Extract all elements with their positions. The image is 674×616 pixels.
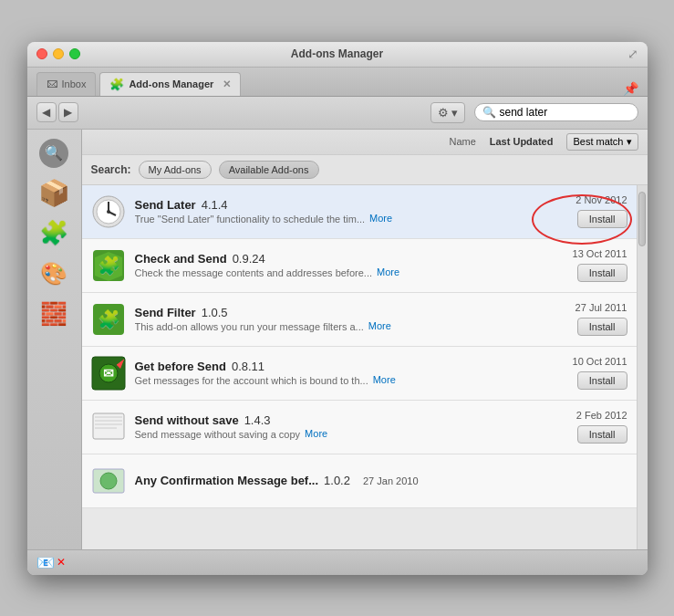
- sidebar-item-search[interactable]: 🔍: [37, 137, 70, 170]
- addon-more-link[interactable]: More: [305, 428, 327, 439]
- tab-my-addons[interactable]: My Add-ons: [139, 161, 212, 179]
- plugins-icon: 🧩: [39, 219, 68, 247]
- install-button[interactable]: Install: [577, 210, 627, 228]
- addon-right: 13 Oct 2011 Install: [536, 248, 627, 282]
- col-last-updated[interactable]: Last Updated: [490, 136, 554, 147]
- other-icon: 🧱: [40, 301, 67, 327]
- search-icon: 🔍: [482, 106, 496, 119]
- statusbar: 📧 ✕: [27, 549, 648, 575]
- addon-name-row: Send Later 4.1.4: [135, 198, 527, 212]
- search-label: Search:: [91, 163, 131, 176]
- addon-name: Check and Send: [135, 252, 227, 266]
- addon-item: Any Confirmation Message bef... 1.0.2 27…: [82, 454, 637, 508]
- addon-name-row: Any Confirmation Message bef... 1.0.2 27…: [135, 474, 627, 487]
- scrollbar-thumb[interactable]: [638, 192, 646, 246]
- addon-desc-row: This add-on allows you run your message …: [135, 319, 527, 332]
- addon-item: 🧩 Check and Send 0.9.24 Check the messag…: [82, 239, 637, 293]
- tab-inbox-label: Inbox: [62, 78, 87, 89]
- tab-available-addons[interactable]: Available Add-ons: [219, 161, 319, 179]
- close-button[interactable]: [36, 48, 47, 59]
- install-button[interactable]: Install: [577, 371, 627, 390]
- addon-version: 0.8.11: [232, 360, 264, 373]
- addon-item: 🧩 Send Filter 1.0.5 This add-on allows y…: [82, 293, 637, 347]
- addon-name-row: Check and Send 0.9.24: [135, 252, 527, 266]
- tab-inbox[interactable]: 🖂 Inbox: [36, 72, 97, 96]
- addon-date: 2 Feb 2012: [576, 410, 627, 421]
- column-headers: Name Last Updated Best match ▾: [82, 130, 648, 155]
- addon-desc: Check the message contents and addresses…: [135, 267, 373, 278]
- addon-desc-row: Send message without saving a copy More: [135, 427, 527, 440]
- addon-date: 13 Oct 2011: [573, 248, 627, 259]
- addon-name: Send without save: [135, 413, 239, 427]
- addon-name-row: Send without save 1.4.3: [135, 413, 527, 427]
- addon-more-link[interactable]: More: [373, 374, 396, 385]
- addon-icon-any-confirm: [91, 464, 126, 498]
- addon-info: Get before Send 0.8.11 Get messages for …: [135, 360, 527, 386]
- addon-info: Check and Send 0.9.24 Check the message …: [135, 252, 527, 278]
- install-button[interactable]: Install: [577, 425, 627, 444]
- addon-desc: This add-on allows you run your message …: [135, 321, 364, 332]
- addon-desc: Send message without saving a copy: [135, 429, 301, 440]
- addon-date: 27 Jul 2011: [575, 302, 627, 313]
- window-title: Add-ons Manager: [291, 47, 383, 60]
- addon-name-row: Send Filter 1.0.5: [135, 306, 527, 319]
- addon-date: 2 Nov 2012: [575, 194, 627, 205]
- forward-button[interactable]: ▶: [58, 102, 78, 122]
- tab-addons-manager[interactable]: 🧩 Add-ons Manager ✕: [99, 72, 241, 96]
- minimize-button[interactable]: [53, 48, 64, 59]
- addon-icon-check-send: 🧩: [91, 248, 126, 283]
- gear-dropdown-icon: ▾: [451, 106, 458, 120]
- addon-more-link[interactable]: More: [368, 320, 391, 331]
- sidebar-search-icon: 🔍: [45, 144, 63, 162]
- svg-text:🧩: 🧩: [97, 255, 119, 277]
- addon-version: 1.4.3: [244, 413, 271, 427]
- search-input[interactable]: [500, 106, 637, 119]
- tab-addons-label: Add-ons Manager: [129, 78, 213, 89]
- install-button[interactable]: Install: [577, 318, 627, 336]
- addon-info: Any Confirmation Message bef... 1.0.2 27…: [135, 474, 627, 487]
- addon-desc-row: Check the message contents and addresses…: [135, 266, 527, 278]
- svg-point-20: [100, 473, 117, 489]
- tab-close-button[interactable]: ✕: [223, 78, 231, 90]
- addon-more-link[interactable]: More: [369, 213, 392, 224]
- sort-label: Best match: [573, 136, 623, 147]
- sort-arrow: ▾: [627, 136, 632, 148]
- search-box: 🔍: [474, 103, 638, 121]
- addon-version: 0.9.24: [233, 252, 265, 266]
- addon-item: Send without save 1.4.3 Send message wit…: [82, 401, 637, 454]
- addon-tab-icon: 🧩: [109, 78, 124, 91]
- addon-name: Send Filter: [135, 306, 196, 319]
- gear-button[interactable]: ⚙ ▾: [430, 102, 465, 123]
- maximize-button[interactable]: [69, 48, 80, 59]
- svg-point-4: [107, 210, 110, 214]
- sidebar-item-themes[interactable]: 🎨: [37, 257, 70, 290]
- traffic-lights: [36, 48, 80, 59]
- install-button[interactable]: Install: [577, 264, 627, 282]
- addon-desc-row: Get messages for the account which is bo…: [135, 373, 527, 386]
- svg-text:✉: ✉: [103, 366, 114, 381]
- inbox-icon: 🖂: [47, 78, 57, 90]
- content-area: Name Last Updated Best match ▾ Search: M…: [82, 130, 648, 549]
- addon-version: 1.0.2: [324, 474, 350, 487]
- addon-name: Any Confirmation Message bef...: [135, 474, 319, 487]
- col-name[interactable]: Name: [449, 136, 475, 147]
- back-button[interactable]: ◀: [36, 102, 57, 122]
- addon-more-link[interactable]: More: [377, 266, 399, 277]
- addon-right: 2 Nov 2012 Install: [536, 194, 627, 228]
- main-content: 🔍 📦 🧩 🎨 🧱 Name Last Updated: [27, 130, 648, 549]
- nav-buttons: ◀ ▶: [36, 102, 78, 122]
- status-icon: 📧: [36, 554, 55, 571]
- sidebar-item-extensions[interactable]: 📦: [37, 177, 70, 210]
- resize-icon[interactable]: ⤢: [627, 47, 638, 61]
- addon-desc: Get messages for the account which is bo…: [135, 375, 368, 386]
- tab-pin-icon: 📌: [623, 81, 638, 96]
- addon-date: 27 Jan 2010: [363, 475, 419, 486]
- addon-icon-send-no-save: [91, 410, 126, 444]
- sidebar-item-plugins[interactable]: 🧩: [37, 217, 70, 250]
- sort-dropdown[interactable]: Best match ▾: [566, 133, 638, 151]
- main-window: Add-ons Manager ⤢ 🖂 Inbox 🧩 Add-ons Mana…: [27, 42, 648, 575]
- scrollbar[interactable]: [637, 185, 648, 549]
- sidebar-item-other[interactable]: 🧱: [37, 298, 70, 330]
- svg-text:🧩: 🧩: [97, 308, 119, 330]
- sidebar: 🔍 📦 🧩 🎨 🧱: [27, 130, 82, 549]
